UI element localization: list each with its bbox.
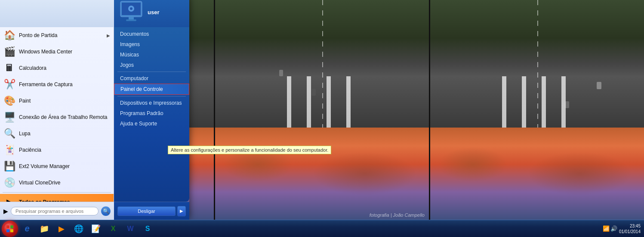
- volume-icon: 🔊: [610, 225, 617, 232]
- program-label-calculadora: Calculadora: [19, 65, 46, 71]
- start-button[interactable]: [2, 221, 18, 237]
- settings-icon: [118, 0, 144, 24]
- user-section: user: [114, 0, 189, 27]
- program-label-windows-media-center: Windows Media Center: [19, 49, 72, 55]
- program-icon-virtual-clone: 💿: [3, 177, 15, 189]
- shutdown-arrow-button[interactable]: ▶: [177, 206, 186, 216]
- right-link-musicas[interactable]: Músicas: [114, 50, 189, 60]
- watermark: fotografia | João Campello: [370, 212, 425, 218]
- program-item-calculadora[interactable]: 🖩 Calculadora: [0, 60, 114, 76]
- program-label-conexao-area: Conexão de Área de Trabalho Remota: [19, 114, 107, 120]
- program-label-ponto-de-partida: Ponto de Partida: [19, 32, 57, 38]
- user-icon-area: [118, 0, 144, 24]
- start-menu: user 🏠 Ponto de Partida ▶ 🎬 Windows Medi…: [0, 0, 189, 220]
- right-divider: [117, 72, 186, 72]
- program-icon-windows-media-center: 🎬: [3, 46, 15, 58]
- program-item-conexao-area[interactable]: 🖥️ Conexão de Área de Trabalho Remota: [0, 109, 114, 125]
- program-icon-ext2: 💾: [3, 160, 15, 172]
- shutdown-section: Desligar ▶: [114, 202, 189, 220]
- shutdown-button[interactable]: Desligar: [117, 206, 176, 216]
- right-link-ajuda-suporte[interactable]: Ajuda e Suporte: [114, 118, 189, 129]
- taskbar-excel[interactable]: X: [105, 221, 121, 237]
- clock-date: 01/01/2014: [619, 229, 641, 234]
- bg-panel-2: fotografia | João Campello: [214, 0, 429, 220]
- program-icon-ferramenta-de-captura: ✂️: [3, 78, 15, 90]
- program-item-paint[interactable]: 🎨 Paint: [0, 93, 114, 109]
- program-icon-ponto-de-partida: 🏠: [3, 29, 15, 41]
- all-programs-icon: ▶: [3, 196, 15, 202]
- all-programs-item[interactable]: ▶ Todos os Programas: [0, 194, 114, 202]
- clock-time: 23:45: [630, 223, 641, 229]
- right-link-painel-controle[interactable]: Painel de Controle: [114, 84, 189, 95]
- menu-top-left: [0, 0, 114, 27]
- svg-point-3: [130, 7, 132, 10]
- taskbar-ie[interactable]: e: [19, 221, 35, 237]
- right-link-computador[interactable]: Computador: [114, 73, 189, 84]
- right-link-jogos[interactable]: Jogos: [114, 60, 189, 70]
- taskbar-sticky-notes[interactable]: 📝: [88, 221, 104, 237]
- taskbar-explorer[interactable]: 📁: [36, 221, 52, 237]
- program-item-ponto-de-partida[interactable]: 🏠 Ponto de Partida ▶: [0, 27, 114, 44]
- taskbar: e 📁 ▶ 🌐 📝 X W S 📶 🔊 23:45 01/01/2014: [0, 220, 644, 237]
- network-icon: 📶: [603, 225, 610, 232]
- program-item-virtual-clone[interactable]: 💿 Virtual CloneDrive: [0, 175, 114, 191]
- right-divider: [117, 96, 186, 97]
- program-label-ferramenta-de-captura: Ferramenta de Captura: [19, 81, 73, 87]
- program-list: 🏠 Ponto de Partida ▶ 🎬 Windows Media Cen…: [0, 27, 114, 202]
- notification-area: 📶 🔊 23:45 01/01/2014: [603, 223, 642, 234]
- search-button[interactable]: 🔍: [101, 206, 111, 216]
- arrow-icon: ▶: [107, 33, 110, 38]
- program-label-lupa: Lupa: [19, 131, 31, 137]
- taskbar-clock[interactable]: 23:45 01/01/2014: [619, 223, 641, 234]
- right-link-imagens[interactable]: Imagens: [114, 39, 189, 50]
- program-icon-paint: 🎨: [3, 95, 15, 107]
- program-icon-conexao-area: 🖥️: [3, 111, 15, 123]
- svg-rect-4: [129, 17, 134, 20]
- right-link-list: DocumentosImagensMúsicasJogosComputadorP…: [114, 27, 189, 202]
- program-list-divider: [3, 192, 111, 193]
- user-name: user: [148, 9, 159, 16]
- program-label-paciencia: Paciência: [19, 147, 41, 153]
- program-label-virtual-clone: Virtual CloneDrive: [19, 180, 61, 186]
- right-link-dispositivos-impressoras[interactable]: Dispositivos e Impressoras: [114, 98, 189, 108]
- system-tray: 📶 🔊: [603, 225, 617, 232]
- program-icon-paciencia: 🃏: [3, 144, 15, 156]
- svg-rect-5: [126, 19, 136, 21]
- right-link-programas-padrao[interactable]: Programas Padrão: [114, 108, 189, 118]
- taskbar-media-player[interactable]: ▶: [53, 221, 70, 237]
- bg-panel-3: [429, 0, 644, 220]
- right-links-panel: DocumentosImagensMúsicasJogosComputadorP…: [114, 27, 189, 202]
- right-link-documentos[interactable]: Documentos: [114, 29, 189, 39]
- search-input[interactable]: [11, 207, 99, 215]
- program-item-ferramenta-de-captura[interactable]: ✂️ Ferramenta de Captura: [0, 76, 114, 93]
- program-label-paint: Paint: [19, 98, 31, 104]
- program-item-lupa[interactable]: 🔍 Lupa: [0, 125, 114, 142]
- program-item-paciencia[interactable]: 🃏 Paciência: [0, 142, 114, 158]
- program-label-ext2: Ext2 Volume Manager: [19, 163, 70, 169]
- taskbar-chrome[interactable]: 🌐: [71, 221, 87, 237]
- all-programs-section[interactable]: ▶ 🔍: [0, 202, 114, 220]
- program-item-windows-media-center[interactable]: 🎬 Windows Media Center: [0, 44, 114, 60]
- taskbar-word[interactable]: W: [122, 221, 139, 237]
- program-list-panel: 🏠 Ponto de Partida ▶ 🎬 Windows Media Cen…: [0, 27, 114, 202]
- program-icon-lupa: 🔍: [3, 128, 15, 140]
- program-item-ext2[interactable]: 💾 Ext2 Volume Manager: [0, 158, 114, 175]
- program-icon-calculadora: 🖩: [3, 62, 15, 74]
- taskbar-skype[interactable]: S: [139, 221, 156, 237]
